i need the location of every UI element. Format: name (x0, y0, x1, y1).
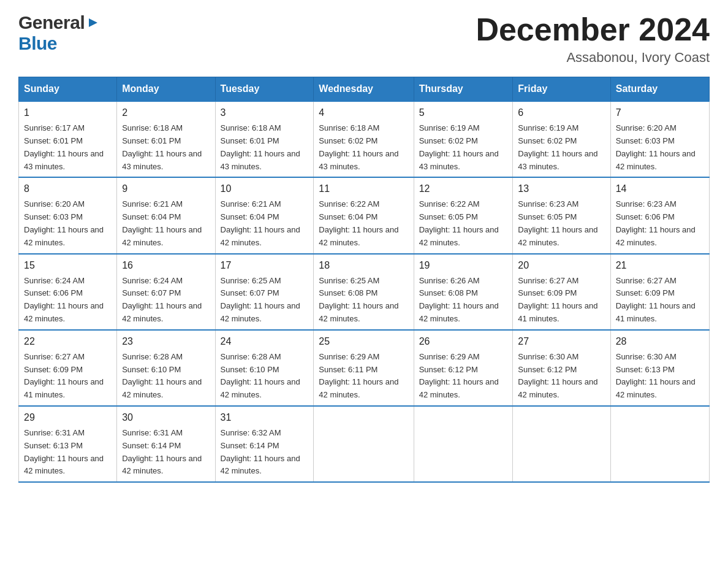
table-row: 7Sunrise: 6:20 AMSunset: 6:03 PMDaylight… (610, 101, 709, 177)
table-row: 2Sunrise: 6:18 AMSunset: 6:01 PMDaylight… (117, 101, 215, 177)
day-number: 24 (221, 334, 309, 349)
svg-marker-0 (89, 18, 97, 27)
logo-general-text: General (18, 12, 85, 33)
table-row: 6Sunrise: 6:19 AMSunset: 6:02 PMDaylight… (513, 101, 610, 177)
day-number: 28 (616, 334, 704, 349)
table-row: 26Sunrise: 6:29 AMSunset: 6:12 PMDayligh… (414, 330, 513, 406)
day-info: Sunrise: 6:24 AMSunset: 6:07 PMDaylight:… (122, 276, 202, 323)
header-friday: Friday (513, 77, 610, 102)
day-info: Sunrise: 6:27 AMSunset: 6:09 PMDaylight:… (518, 276, 597, 323)
day-info: Sunrise: 6:18 AMSunset: 6:02 PMDaylight:… (319, 123, 398, 170)
day-info: Sunrise: 6:22 AMSunset: 6:05 PMDaylight:… (419, 199, 499, 247)
table-row: 15Sunrise: 6:24 AMSunset: 6:06 PMDayligh… (19, 254, 117, 330)
day-info: Sunrise: 6:17 AMSunset: 6:01 PMDaylight:… (24, 123, 104, 170)
day-info: Sunrise: 6:26 AMSunset: 6:08 PMDaylight:… (419, 276, 499, 323)
day-number: 17 (221, 258, 309, 273)
day-info: Sunrise: 6:19 AMSunset: 6:02 PMDaylight:… (419, 123, 499, 170)
day-info: Sunrise: 6:22 AMSunset: 6:04 PMDaylight:… (319, 199, 398, 247)
table-row: 30Sunrise: 6:31 AMSunset: 6:14 PMDayligh… (117, 406, 215, 482)
calendar-week-5: 29Sunrise: 6:31 AMSunset: 6:13 PMDayligh… (19, 406, 710, 482)
table-row (610, 406, 709, 482)
day-number: 29 (24, 410, 112, 425)
day-number: 14 (616, 182, 704, 196)
table-row: 11Sunrise: 6:22 AMSunset: 6:04 PMDayligh… (314, 177, 414, 253)
logo-arrow-icon (86, 16, 100, 29)
day-number: 27 (518, 334, 605, 349)
day-number: 6 (518, 105, 605, 120)
day-number: 30 (122, 410, 210, 425)
table-row (414, 406, 513, 482)
table-row: 12Sunrise: 6:22 AMSunset: 6:05 PMDayligh… (414, 177, 513, 253)
header-tuesday: Tuesday (215, 77, 314, 102)
logo-blue-text: Blue (18, 33, 57, 54)
header-saturday: Saturday (610, 77, 709, 102)
table-row: 9Sunrise: 6:21 AMSunset: 6:04 PMDaylight… (117, 177, 215, 253)
day-number: 16 (122, 258, 210, 273)
calendar-table: Sunday Monday Tuesday Wednesday Thursday… (18, 77, 710, 483)
calendar-week-3: 15Sunrise: 6:24 AMSunset: 6:06 PMDayligh… (19, 254, 710, 330)
day-info: Sunrise: 6:28 AMSunset: 6:10 PMDaylight:… (221, 352, 300, 399)
table-row: 16Sunrise: 6:24 AMSunset: 6:07 PMDayligh… (117, 254, 215, 330)
header-monday: Monday (117, 77, 215, 102)
calendar-week-2: 8Sunrise: 6:20 AMSunset: 6:03 PMDaylight… (19, 177, 710, 253)
calendar-week-1: 1Sunrise: 6:17 AMSunset: 6:01 PMDaylight… (19, 101, 710, 177)
table-row: 3Sunrise: 6:18 AMSunset: 6:01 PMDaylight… (215, 101, 314, 177)
day-info: Sunrise: 6:20 AMSunset: 6:03 PMDaylight:… (24, 199, 104, 247)
header-thursday: Thursday (414, 77, 513, 102)
logo: General Blue (18, 12, 100, 54)
day-number: 1 (24, 105, 112, 120)
table-row: 22Sunrise: 6:27 AMSunset: 6:09 PMDayligh… (19, 330, 117, 406)
day-info: Sunrise: 6:18 AMSunset: 6:01 PMDaylight:… (122, 123, 202, 170)
table-row (513, 406, 610, 482)
day-number: 3 (221, 105, 309, 120)
day-info: Sunrise: 6:30 AMSunset: 6:13 PMDaylight:… (616, 352, 696, 399)
table-row: 20Sunrise: 6:27 AMSunset: 6:09 PMDayligh… (513, 254, 610, 330)
calendar-header-row: Sunday Monday Tuesday Wednesday Thursday… (19, 77, 710, 102)
table-row: 18Sunrise: 6:25 AMSunset: 6:08 PMDayligh… (314, 254, 414, 330)
day-number: 15 (24, 258, 112, 273)
table-row: 27Sunrise: 6:30 AMSunset: 6:12 PMDayligh… (513, 330, 610, 406)
day-number: 8 (24, 182, 112, 196)
day-number: 31 (221, 410, 309, 425)
day-number: 10 (221, 182, 309, 196)
day-number: 4 (319, 105, 408, 120)
day-info: Sunrise: 6:20 AMSunset: 6:03 PMDaylight:… (616, 123, 696, 170)
day-number: 7 (616, 105, 704, 120)
day-number: 11 (319, 182, 408, 196)
day-info: Sunrise: 6:29 AMSunset: 6:12 PMDaylight:… (419, 352, 499, 399)
day-info: Sunrise: 6:23 AMSunset: 6:05 PMDaylight:… (518, 199, 597, 247)
day-info: Sunrise: 6:21 AMSunset: 6:04 PMDaylight:… (122, 199, 202, 247)
table-row (314, 406, 414, 482)
day-info: Sunrise: 6:27 AMSunset: 6:09 PMDaylight:… (616, 276, 696, 323)
table-row: 14Sunrise: 6:23 AMSunset: 6:06 PMDayligh… (610, 177, 709, 253)
table-row: 5Sunrise: 6:19 AMSunset: 6:02 PMDaylight… (414, 101, 513, 177)
day-number: 21 (616, 258, 704, 273)
day-number: 25 (319, 334, 408, 349)
day-info: Sunrise: 6:18 AMSunset: 6:01 PMDaylight:… (221, 123, 300, 170)
day-info: Sunrise: 6:32 AMSunset: 6:14 PMDaylight:… (221, 428, 300, 475)
table-row: 25Sunrise: 6:29 AMSunset: 6:11 PMDayligh… (314, 330, 414, 406)
day-number: 20 (518, 258, 605, 273)
day-number: 12 (419, 182, 508, 196)
page-header: General Blue December 2024 Assabonou, Iv… (18, 12, 710, 66)
day-info: Sunrise: 6:29 AMSunset: 6:11 PMDaylight:… (319, 352, 398, 399)
day-number: 23 (122, 334, 210, 349)
day-info: Sunrise: 6:21 AMSunset: 6:04 PMDaylight:… (221, 199, 300, 247)
table-row: 10Sunrise: 6:21 AMSunset: 6:04 PMDayligh… (215, 177, 314, 253)
day-number: 2 (122, 105, 210, 120)
day-info: Sunrise: 6:25 AMSunset: 6:07 PMDaylight:… (221, 276, 300, 323)
location-text: Assabonou, Ivory Coast (476, 50, 710, 66)
table-row: 29Sunrise: 6:31 AMSunset: 6:13 PMDayligh… (19, 406, 117, 482)
day-number: 18 (319, 258, 408, 273)
day-number: 22 (24, 334, 112, 349)
day-info: Sunrise: 6:23 AMSunset: 6:06 PMDaylight:… (616, 199, 696, 247)
table-row: 17Sunrise: 6:25 AMSunset: 6:07 PMDayligh… (215, 254, 314, 330)
day-number: 9 (122, 182, 210, 196)
day-info: Sunrise: 6:27 AMSunset: 6:09 PMDaylight:… (24, 352, 104, 399)
month-title: December 2024 (476, 12, 710, 47)
day-info: Sunrise: 6:31 AMSunset: 6:14 PMDaylight:… (122, 428, 202, 475)
table-row: 23Sunrise: 6:28 AMSunset: 6:10 PMDayligh… (117, 330, 215, 406)
calendar-week-4: 22Sunrise: 6:27 AMSunset: 6:09 PMDayligh… (19, 330, 710, 406)
day-info: Sunrise: 6:30 AMSunset: 6:12 PMDaylight:… (518, 352, 597, 399)
day-info: Sunrise: 6:24 AMSunset: 6:06 PMDaylight:… (24, 276, 104, 323)
